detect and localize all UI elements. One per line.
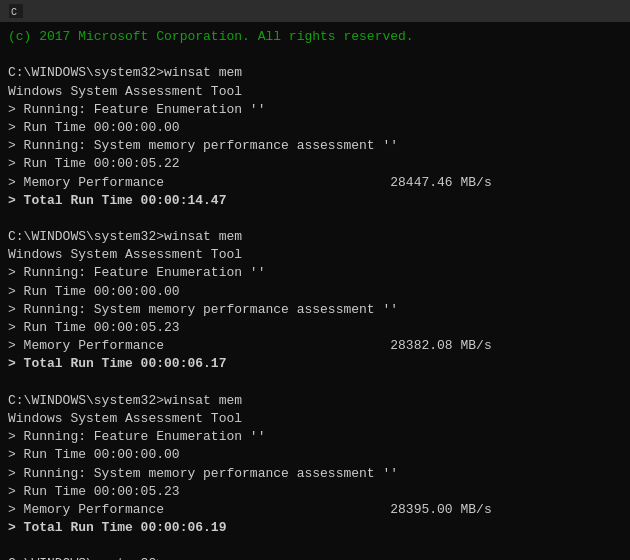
block1-line5: > Memory Performance 28447.46 MB/s [8,174,622,192]
title-bar: C [0,0,630,22]
block2-line4: > Run Time 00:00:05.23 [8,319,622,337]
prompt-3-1: C:\WINDOWS\system32>winsat mem [8,392,622,410]
block2-line3: > Running: System memory performance ass… [8,301,622,319]
blank-line-2 [8,210,622,228]
block1-line2: > Run Time 00:00:00.00 [8,119,622,137]
block1-line4: > Run Time 00:00:05.22 [8,155,622,173]
block1-line3: > Running: System memory performance ass… [8,137,622,155]
copyright-line: (c) 2017 Microsoft Corporation. All righ… [8,28,622,46]
block3-line1: > Running: Feature Enumeration '' [8,428,622,446]
block1-line6: > Total Run Time 00:00:14.47 [8,192,622,210]
svg-text:C: C [11,7,17,18]
prompt-1-1: C:\WINDOWS\system32>winsat mem [8,64,622,82]
block1-line1: > Running: Feature Enumeration '' [8,101,622,119]
blank-line-1 [8,46,622,64]
prompt-2-1: C:\WINDOWS\system32>winsat mem [8,228,622,246]
block2-line5: > Memory Performance 28382.08 MB/s [8,337,622,355]
terminal[interactable]: (c) 2017 Microsoft Corporation. All righ… [0,22,630,560]
block2-line6: > Total Run Time 00:00:06.17 [8,355,622,373]
block3-line2: > Run Time 00:00:00.00 [8,446,622,464]
blank-line-4 [8,537,622,555]
tool-2: Windows System Assessment Tool [8,246,622,264]
block3-line5: > Memory Performance 28395.00 MB/s [8,501,622,519]
block3-line4: > Run Time 00:00:05.23 [8,483,622,501]
block2-line1: > Running: Feature Enumeration '' [8,264,622,282]
final-prompt[interactable]: C:\WINDOWS\system32> [8,555,622,560]
block3-line3: > Running: System memory performance ass… [8,465,622,483]
block2-line2: > Run Time 00:00:00.00 [8,283,622,301]
block3-line6: > Total Run Time 00:00:06.19 [8,519,622,537]
tool-1: Windows System Assessment Tool [8,83,622,101]
title-bar-icon: C [8,3,24,19]
blank-line-3 [8,374,622,392]
tool-3: Windows System Assessment Tool [8,410,622,428]
